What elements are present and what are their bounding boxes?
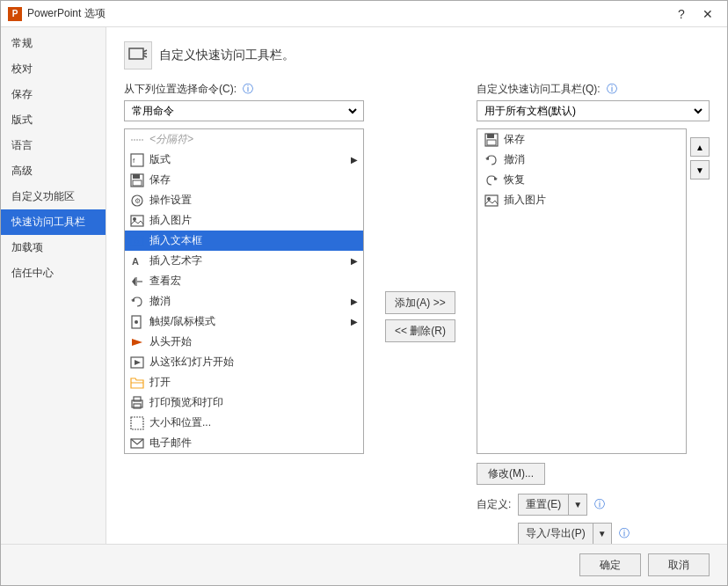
right-list-icon-undo_r (484, 153, 499, 167)
left-list-item-touch[interactable]: 触摸/鼠标模式▶ (125, 311, 363, 332)
panel-title-row: 自定义快速访问工具栏。 (124, 41, 710, 70)
reset-button[interactable]: 重置(E) (518, 494, 568, 516)
svg-text:A: A (134, 237, 140, 245)
list-item-icon-insert_art: A (130, 254, 144, 268)
left-list-item-operations[interactable]: ⚙操作设置 (125, 190, 363, 210)
modify-button[interactable]: 修改(M)... (477, 463, 545, 485)
left-list-item-email[interactable]: 电子邮件 (125, 433, 363, 453)
list-item-icon-print (130, 396, 144, 410)
footer-buttons: 确定 取消 (1, 544, 727, 585)
import-export-dropdown-arrow[interactable]: ▼ (593, 523, 612, 544)
svg-text:A: A (132, 256, 139, 267)
sidebar-item-general[interactable]: 常规 (1, 31, 106, 56)
list-item-arrow-insert_art: ▶ (351, 256, 358, 266)
list-item-label-separator: <分隔符> (149, 132, 193, 147)
sidebar-item-addins[interactable]: 加载项 (1, 235, 106, 260)
svg-point-22 (135, 320, 138, 324)
main-panel: 自定义快速访问工具栏。 从下列位置选择命令(C): ⓘ 常用命令 (106, 27, 727, 544)
list-item-arrow-touch: ▶ (351, 317, 358, 326)
right-col-label: 自定义快速访问工具栏(Q): ⓘ (477, 82, 710, 97)
reset-split-button: 重置(E) ▼ (518, 494, 587, 516)
left-list-item-save2[interactable]: 保存 (125, 170, 363, 190)
sidebar-item-save[interactable]: 保存 (1, 82, 106, 107)
left-list-item-animation_pane[interactable]: 动画窗格 (125, 453, 363, 454)
sidebar: 常规校对保存版式语言高级自定义功能区快速访问工具栏加载项信任中心 (1, 27, 106, 544)
sidebar-item-customize_ribbon[interactable]: 自定义功能区 (1, 184, 106, 209)
right-dropdown[interactable]: 用于所有文档(默认) (477, 100, 710, 121)
svg-marker-25 (135, 360, 141, 365)
list-item-label-save2: 保存 (149, 172, 171, 187)
move-down-button[interactable]: ▼ (690, 160, 710, 179)
left-list-item-separator[interactable]: <分隔符> (125, 129, 363, 150)
svg-rect-0 (129, 48, 143, 59)
title-bar-left: P PowerPoint 选项 (8, 6, 106, 21)
cancel-button[interactable]: 取消 (648, 553, 710, 576)
list-item-icon-view_ruler (130, 275, 144, 289)
list-item-label-format: 版式 (149, 152, 171, 167)
left-list-item-insert_art[interactable]: A插入艺术字▶ (125, 251, 363, 271)
right-label-text: 自定义快速访问工具栏(Q): (477, 83, 601, 95)
list-item-label-from_start: 从头开始 (149, 334, 192, 349)
right-list-container: 保存撤消恢复插入图片 (477, 128, 687, 454)
main-window: P PowerPoint 选项 ? ✕ 常规校对保存版式语言高级自定义功能区快速… (0, 0, 728, 586)
list-item-arrow-format: ▶ (351, 155, 358, 165)
left-list-item-undo[interactable]: 撤消▶ (125, 291, 363, 311)
left-list-item-size_pos[interactable]: 大小和位置... (125, 413, 363, 433)
remove-button[interactable]: << 删除(R) (385, 319, 455, 342)
left-dropdown[interactable]: 常用命令 (124, 100, 364, 121)
sidebar-item-advanced[interactable]: 高级 (1, 158, 106, 184)
sidebar-item-proofing[interactable]: 校对 (1, 56, 106, 82)
left-list-item-from_start[interactable]: 从头开始 (125, 332, 363, 352)
add-button[interactable]: 添加(A) >> (385, 291, 455, 314)
list-item-icon-size_pos (130, 416, 144, 430)
left-select-row: 常用命令 (124, 100, 364, 121)
modify-btn-row: 修改(M)... (477, 463, 710, 485)
move-up-button[interactable]: ▲ (690, 137, 710, 157)
list-item-icon-insert_pic (130, 214, 144, 228)
left-list-item-format[interactable]: f版式▶ (125, 150, 363, 170)
right-select[interactable]: 用于所有文档(默认) (481, 101, 705, 121)
customize-label: 自定义: (477, 497, 511, 512)
sidebar-item-quick_access[interactable]: 快速访问工具栏 (1, 209, 106, 235)
import-export-split-button: 导入/导出(P) ▼ (518, 523, 611, 544)
right-column: 自定义快速访问工具栏(Q): ⓘ 用于所有文档(默认) 保存撤消 (477, 82, 710, 544)
list-item-icon-touch (130, 315, 144, 329)
list-item-arrow-undo: ▶ (351, 297, 358, 306)
right-list-item-redo_r[interactable]: 恢复 (477, 170, 686, 190)
title-bar-buttons: ? ✕ (669, 4, 720, 24)
svg-marker-23 (132, 339, 142, 346)
list-item-label-from_slide: 从这张幻灯片开始 (149, 355, 234, 370)
right-info-icon[interactable]: ⓘ (607, 83, 617, 95)
sidebar-item-lang2[interactable]: 语言 (1, 133, 106, 158)
import-export-button[interactable]: 导入/导出(P) (518, 523, 592, 544)
left-list-item-open[interactable]: 打开 (125, 372, 363, 392)
ok-button[interactable]: 确定 (579, 553, 641, 576)
reset-dropdown-arrow[interactable]: ▼ (568, 494, 587, 516)
list-item-label-touch: 触摸/鼠标模式 (149, 314, 215, 329)
app-icon: P (8, 7, 22, 21)
reset-info-icon[interactable]: ⓘ (594, 497, 605, 512)
right-col-inner: 保存撤消恢复插入图片 ▲ ▼ (477, 128, 710, 454)
close-button[interactable]: ✕ (695, 4, 720, 24)
left-list-item-insert_textbox[interactable]: A插入文本框 (125, 231, 363, 251)
left-list-item-insert_pic[interactable]: 插入图片 (125, 210, 363, 231)
left-list-item-view_ruler[interactable]: 查看宏 (125, 271, 363, 291)
list-item-label-size_pos: 大小和位置... (149, 415, 211, 430)
left-list-item-print[interactable]: 打印预览和打印 (125, 392, 363, 413)
svg-marker-17 (132, 277, 135, 286)
import-info-icon[interactable]: ⓘ (619, 526, 630, 541)
left-info-icon[interactable]: ⓘ (243, 83, 253, 95)
right-list-icon-redo_r (484, 173, 499, 187)
left-select[interactable]: 常用命令 (128, 101, 360, 121)
help-button[interactable]: ? (669, 4, 694, 24)
list-item-label-insert_textbox: 插入文本框 (149, 233, 202, 248)
svg-rect-48 (485, 195, 498, 206)
list-item-icon-insert_textbox: A (130, 234, 144, 248)
right-list-item-insert_pic_r[interactable]: 插入图片 (477, 190, 686, 210)
left-list-item-from_slide[interactable]: 从这张幻灯片开始 (125, 352, 363, 372)
sidebar-item-language[interactable]: 版式 (1, 107, 106, 133)
sidebar-item-trust_center[interactable]: 信任中心 (1, 260, 106, 286)
right-list-item-undo_r[interactable]: 撤消 (477, 150, 686, 170)
right-list-item-save_r[interactable]: 保存 (477, 129, 686, 150)
customize-row-reset: 自定义: 重置(E) ▼ ⓘ (477, 494, 710, 516)
